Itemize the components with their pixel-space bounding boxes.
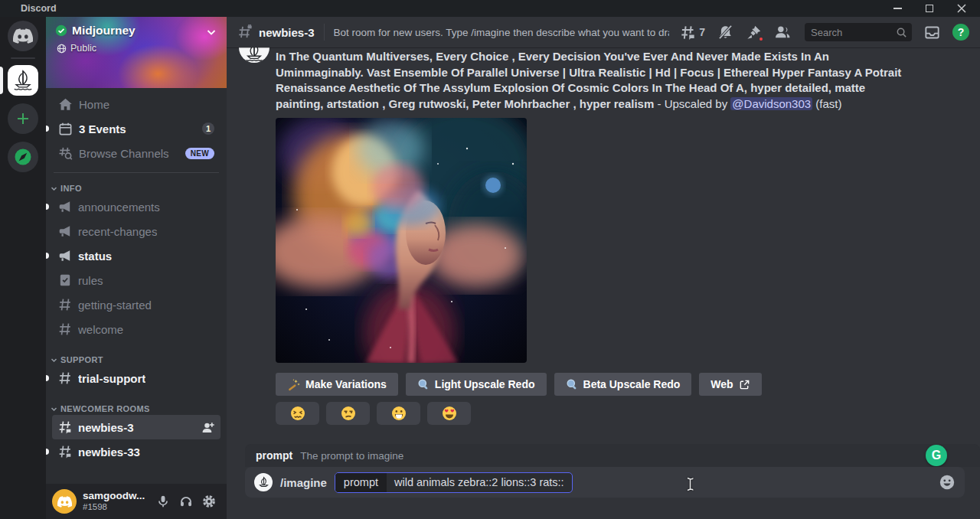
channel-getting-started[interactable]: getting-started [52,292,220,317]
emoji-picker-button[interactable] [939,474,956,491]
member-list-button[interactable] [774,24,791,41]
hash-icon [58,322,72,336]
autocomplete-hint: The prompt to imagine [300,450,403,462]
reaction-unamused[interactable] [326,402,370,425]
chat-main: newbies-3 Bot room for new users. Type /… [227,17,980,519]
command-autocomplete[interactable]: prompt The prompt to imagine G [245,444,980,467]
reaction-heart-eyes[interactable] [427,402,471,425]
prompt-field-value[interactable]: wild animals zebra::2 lions::3 rats:: [387,473,572,492]
message-actions: Make Variations Light Upscale Redo Beta … [276,373,906,396]
unread-indicator [46,449,49,455]
user-actions [152,490,220,513]
threads-button[interactable]: 7 [680,24,705,41]
selected-server-indicator [0,67,3,94]
deafen-button[interactable] [175,490,198,513]
pinned-messages-button[interactable] [746,24,762,41]
category-support[interactable]: SUPPORT [51,355,220,364]
server-visibility-label: Public [70,43,96,54]
hash-icon [58,298,72,312]
threads-icon [680,24,696,41]
mic-button[interactable] [152,490,175,513]
close-button[interactable] [951,1,972,16]
emoji-heart-eyes-icon [442,406,457,421]
explore-servers-button[interactable] [8,142,38,172]
settings-button[interactable] [198,490,220,513]
discord-home-button[interactable] [8,21,38,51]
message-composer[interactable]: /imagine prompt wild animals zebra::2 li… [245,467,965,498]
grammarly-button[interactable]: G [926,445,947,466]
channel-newbies-33[interactable]: newbies-33 [52,439,220,464]
bell-slash-icon [717,24,733,41]
emoji-grinning-icon [391,406,407,421]
create-invite-icon[interactable] [201,421,214,434]
magnifier-icon [417,378,430,390]
light-upscale-redo-button[interactable]: Light Upscale Redo [406,373,547,396]
user-names[interactable]: samgoodw... #1598 [83,491,145,511]
reaction-grinning[interactable] [377,402,420,425]
beta-upscale-redo-button[interactable]: Beta Upscale Redo [554,373,692,396]
user-mention[interactable]: @Davidson303 [730,97,812,110]
reactions [276,402,906,425]
threads-count: 7 [699,26,705,38]
add-server-button[interactable] [8,103,38,134]
close-icon [957,4,966,13]
calendar-icon [58,122,73,136]
sidebar-item-browse-channels[interactable]: Browse Channels NEW [52,141,220,165]
make-variations-button[interactable]: Make Variations [276,373,398,396]
window-title: Discord [21,3,57,14]
web-button[interactable]: Web [699,373,761,396]
autocomplete-option[interactable]: prompt [256,449,292,462]
channel-rules[interactable]: rules [52,268,220,292]
search-input[interactable] [811,27,896,38]
message-text: In The Quantum Multiverses, Every Choice… [276,49,906,112]
inbox-button[interactable] [924,24,940,41]
header-toolbar: 7 ? [680,23,969,41]
generated-image[interactable] [276,118,527,363]
search-box[interactable] [805,23,912,41]
hash-chat-icon [58,445,72,459]
search-icon [896,27,907,38]
verified-badge-icon [55,24,67,37]
question-mark-icon: ? [958,26,965,38]
channel-topic[interactable]: Bot room for new users. Type /imagine th… [334,27,670,38]
channel-status[interactable]: status [52,243,220,268]
hash-icon [58,371,72,385]
slash-command: /imagine [280,476,327,489]
server-name: Midjourney [72,24,136,38]
channel-welcome[interactable]: welcome [52,317,220,341]
channel-trial-support[interactable]: trial-support [52,366,220,390]
rules-book-icon [58,273,72,287]
category-newcomer-rooms[interactable]: NEWCOMER ROOMS [51,404,220,413]
channel-newbies-3[interactable]: newbies-3 [52,415,220,439]
smiley-icon [939,474,956,491]
megaphone-icon [58,249,72,263]
inbox-icon [924,24,940,41]
user-avatar[interactable] [52,489,77,514]
server-icon-midjourney[interactable] [8,65,38,96]
sidebar-item-home[interactable]: Home [52,92,220,116]
chevron-down-icon [51,357,57,364]
server-rail [0,17,46,519]
magnifier-icon [566,378,578,390]
prompt-field[interactable]: prompt wild animals zebra::2 lions::3 ra… [335,472,573,493]
bot-avatar-small [254,473,273,491]
channel-hash-lock-icon [237,24,253,40]
channel-announcements[interactable]: announcements [52,194,220,219]
chevron-down-icon[interactable] [205,26,217,38]
user-discriminator: #1598 [83,502,145,512]
reaction-confounded[interactable] [276,402,319,425]
hash-chat-icon [58,420,72,434]
notification-settings-button[interactable] [717,24,733,41]
events-count-badge: 1 [202,122,214,135]
unread-indicator [46,375,49,381]
help-button[interactable]: ? [952,24,969,41]
bot-avatar[interactable] [239,47,270,63]
category-info[interactable]: INFO [51,184,220,193]
megaphone-icon [58,224,72,238]
channel-list[interactable]: Home 3 Events 1 Browse Channels NEW INFO [46,88,227,484]
minimize-button[interactable] [887,1,908,16]
server-banner[interactable]: Midjourney Public [46,17,227,88]
sidebar-item-events[interactable]: 3 Events 1 [52,116,220,141]
maximize-button[interactable] [919,1,940,16]
channel-recent-changes[interactable]: recent-changes [52,219,220,243]
